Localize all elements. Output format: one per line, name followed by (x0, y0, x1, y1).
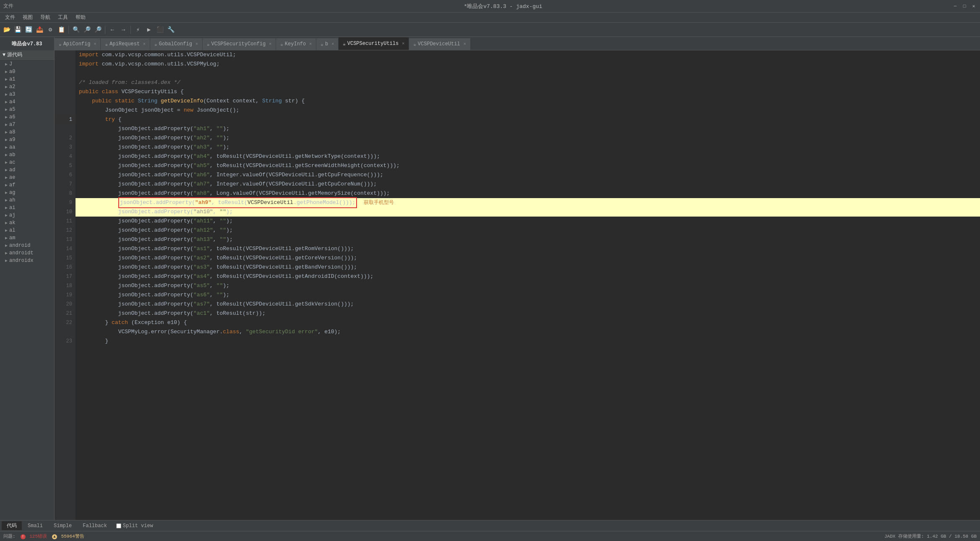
tab-label-vcspsecurityutils: VCSPSecurityUtils (347, 41, 399, 47)
code-line-15: jsonObject.addProperty("as1", toResult(V… (76, 244, 980, 254)
sidebar-item-a1[interactable]: ▶ a1 (0, 76, 54, 83)
tab-gobalconfig[interactable]: ☕ GobalConfig × (150, 38, 203, 50)
tab-b[interactable]: ☕ b × (316, 38, 339, 50)
sidebar-item-a6[interactable]: ▶ a6 (0, 113, 54, 121)
tab-close-vcspdeviceutil[interactable]: × (464, 42, 466, 47)
line-numbers: 1 2 3 4 5 6 7 8 9 10 11 12 13 14 15 16 1… (55, 50, 76, 520)
menu-tools[interactable]: 工具 (55, 13, 71, 22)
menu-nav[interactable]: 导航 (37, 13, 54, 22)
tab-vcspsecurityutils[interactable]: ☕ VCSPSecurityUtils × (339, 37, 409, 50)
sidebar-item-androidt[interactable]: ▶ androidt (0, 249, 54, 257)
sidebar-item-a2[interactable]: ▶ a2 (0, 83, 54, 91)
bottom-tab-smali[interactable]: Smali (23, 522, 48, 530)
sidebar-item-androidx[interactable]: ▶ androidx (0, 257, 54, 264)
forward-btn[interactable]: → (118, 25, 128, 35)
sidebar-label: a8 (9, 129, 52, 135)
code-line-10: jsonObject.addProperty("ah9", toResult(V… (76, 198, 980, 207)
tools2-btn[interactable]: 🔧 (166, 25, 176, 35)
log-btn[interactable]: 📋 (56, 25, 66, 35)
menu-view[interactable]: 视图 (19, 13, 36, 22)
tab-close-vcspsecurityconfig[interactable]: × (269, 42, 271, 47)
gutter-22: 22 (55, 318, 76, 327)
sidebar-item-ae[interactable]: ▶ ae (0, 174, 54, 181)
sidebar-item-a5[interactable]: ▶ a5 (0, 106, 54, 113)
code-content[interactable]: import com.vip.vcsp.common.utils.VCSPDev… (76, 50, 980, 520)
split-view-checkbox[interactable] (116, 523, 121, 528)
code-line-21: jsonObject.addProperty("as7", toResult(V… (76, 300, 980, 309)
sidebar-item-ad[interactable]: ▶ ad (0, 166, 54, 174)
status-bar: 问题: ! 125错误 ▲ 55964警告 JADX 存储使用量: 1.42 G… (0, 531, 980, 541)
bottom-tab-simple[interactable]: Simple (49, 522, 77, 530)
code-editor: 1 2 3 4 5 6 7 8 9 10 11 12 13 14 15 16 1… (55, 50, 980, 520)
sidebar-item-al[interactable]: ▶ al (0, 227, 54, 234)
close-button[interactable]: ✕ (971, 3, 977, 9)
sidebar-label: ab (9, 152, 52, 158)
sidebar-item-af[interactable]: ▶ af (0, 181, 54, 189)
tab-keyinfo[interactable]: ☕ KeyInfo × (276, 38, 316, 50)
tab-close-vcspsecurityutils[interactable]: × (402, 42, 404, 46)
tab-vcspdeviceutil[interactable]: ☕ VCSPDeviceUtil × (409, 38, 470, 50)
arrow-icon: ▶ (5, 62, 8, 67)
sidebar-item-a7[interactable]: ▶ a7 (0, 121, 54, 128)
sidebar-item-aj[interactable]: ▶ aj (0, 212, 54, 219)
gutter-17: 17 (55, 272, 76, 281)
back-btn[interactable]: ← (107, 25, 117, 35)
export-btn[interactable]: 📤 (34, 25, 44, 35)
sidebar-item-ai[interactable]: ▶ ai (0, 204, 54, 212)
bottom-tab-fallback[interactable]: Fallback (78, 522, 112, 530)
tab-apirequest[interactable]: ☕ ApiRequest × (101, 38, 150, 50)
menu-help[interactable]: 帮助 (72, 13, 89, 22)
sidebar-item-j[interactable]: ▶ J (0, 60, 54, 68)
reload-btn[interactable]: 🔄 (23, 25, 34, 35)
sidebar-label: ak (9, 220, 52, 226)
tab-close-apirequest[interactable]: × (143, 42, 146, 47)
sidebar-item-a4[interactable]: ▶ a4 (0, 98, 54, 106)
maximize-button[interactable]: □ (962, 3, 967, 9)
sidebar-item-a8[interactable]: ▶ a8 (0, 128, 54, 136)
gutter-8: 8 (55, 189, 76, 198)
tab-icon-apiconfig: ☕ (59, 42, 62, 47)
zoom-in-btn[interactable]: 🔎 (82, 25, 92, 35)
tab-close-gobalconfig[interactable]: × (195, 42, 198, 47)
sidebar-item-ac[interactable]: ▶ ac (0, 159, 54, 166)
status-error-label: 问题: (3, 533, 16, 539)
tab-close-b[interactable]: × (331, 42, 334, 47)
gutter-21: 21 (55, 309, 76, 318)
code-line-13: jsonObject.addProperty("ah12", ""); (76, 226, 980, 235)
sidebar-item-ag[interactable]: ▶ ag (0, 189, 54, 196)
gutter-12: 12 (55, 226, 76, 235)
run-btn[interactable]: ▶ (144, 25, 154, 35)
sidebar-item-ab[interactable]: ▶ ab (0, 151, 54, 159)
sidebar-item-ah[interactable]: ▶ ah (0, 196, 54, 204)
save-btn[interactable]: 💾 (13, 25, 23, 35)
tab-close-apiconfig[interactable]: × (94, 42, 96, 47)
tab-vcspsecurityconfig[interactable]: ☕ VCSPSecurityConfig × (203, 38, 276, 50)
sidebar-item-ak[interactable]: ▶ ak (0, 219, 54, 227)
search-btn[interactable]: 🔍 (71, 25, 81, 35)
window-controls[interactable]: ─ □ ✕ (952, 3, 977, 9)
open-file-btn[interactable]: 📂 (2, 25, 12, 35)
stop-btn[interactable]: ⬛ (155, 25, 165, 35)
code-line-catch: } catch (Exception e10) { (76, 318, 980, 327)
zoom-out-btn[interactable]: 🔎 (93, 25, 103, 35)
menu-file[interactable]: 文件 (2, 13, 18, 22)
arrow-icon: ▶ (5, 183, 8, 188)
sidebar-item-android[interactable]: ▶ android (0, 242, 54, 249)
sidebar-item-aa[interactable]: ▶ aa (0, 144, 54, 151)
sidebar-item-a9[interactable]: ▶ a9 (0, 136, 54, 144)
sidebar-item-am[interactable]: ▶ am (0, 234, 54, 242)
settings-btn[interactable]: ⚙ (45, 25, 55, 35)
sidebar-item-a0[interactable]: ▶ a0 (0, 68, 54, 76)
code-line-12: jsonObject.addProperty("ah11", ""); (76, 217, 980, 226)
bottom-tab-code[interactable]: 代码 (2, 521, 22, 530)
tab-close-keyinfo[interactable]: × (309, 42, 312, 47)
gutter-14: 14 (55, 244, 76, 254)
tab-apiconfig[interactable]: ☕ ApiConfig × (55, 38, 101, 50)
decompile-btn[interactable]: ⚡ (133, 25, 143, 35)
window-title: *唯品会v7.83.3 - jadx-gui (54, 3, 952, 10)
sidebar-label: ai (9, 205, 52, 211)
sidebar-label: am (9, 235, 52, 241)
sidebar-item-a3[interactable]: ▶ a3 (0, 91, 54, 98)
gutter-15: 15 (55, 254, 76, 263)
minimize-button[interactable]: ─ (952, 3, 958, 9)
